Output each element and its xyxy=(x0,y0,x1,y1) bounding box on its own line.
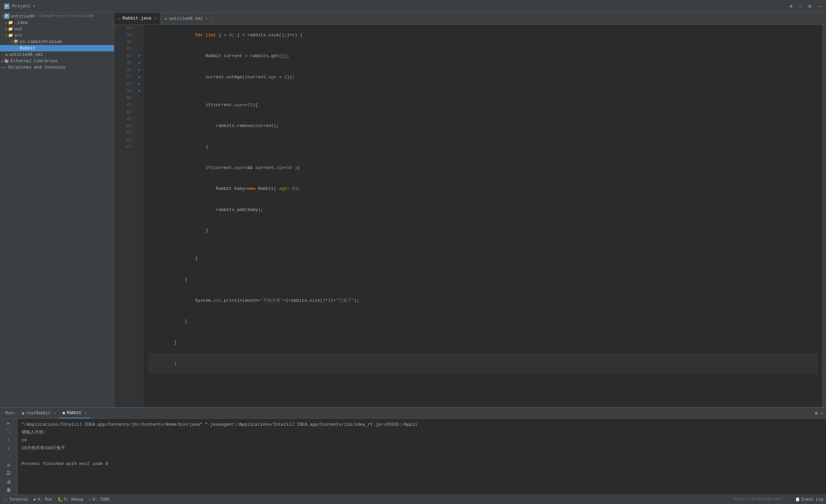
close-rabbit-run[interactable]: ✕ xyxy=(85,411,87,415)
scratches-icon: ✏ xyxy=(4,65,6,70)
run-toolbar: ▶ ⬛ ↑ ↓ ◂ ↺ ☰ 🖨 🗑 xyxy=(0,419,17,495)
status-terminal[interactable]: ⬛ Terminal xyxy=(3,497,29,502)
code-line-41 xyxy=(148,242,818,249)
line-numbers: 30 31 32 33 34 35 36 37 38 39 40 41 42 4… xyxy=(114,25,134,407)
code-line-46: } xyxy=(148,332,818,353)
tab-rabbit-java[interactable]: ☕ Rabbit.java ✕ xyxy=(114,13,161,25)
project-icon: P xyxy=(4,4,9,9)
tree-item-cn-rabbitproblem[interactable]: ▾ 📦 cn.rabbitProblem xyxy=(0,39,114,45)
status-event-log[interactable]: 📋 Event Log xyxy=(795,497,823,502)
tab-iml-icon: ◼ xyxy=(165,16,167,21)
prev-btn[interactable]: ◂ xyxy=(4,454,13,460)
collapse-icon: ▾ xyxy=(1,14,3,18)
clear-btn[interactable]: 🗑 xyxy=(4,487,13,493)
output-line-empty xyxy=(22,452,822,460)
run-status-label: 4: Run xyxy=(38,497,52,502)
status-right: https://blog.csdn.net/... 📋 Event Log xyxy=(734,497,823,502)
output-line-prompt: 请输入月份: xyxy=(22,428,822,436)
title-dropdown-icon[interactable]: ▾ xyxy=(33,4,36,8)
csdn-link[interactable]: https://blog.csdn.net/... xyxy=(734,497,790,502)
tab-label-iml: untitled9.iml xyxy=(169,16,203,21)
debug-icon: 🐛 xyxy=(57,497,63,502)
close-testrabbit[interactable]: ✕ xyxy=(54,411,56,415)
close-panel-icon[interactable]: — xyxy=(821,411,823,416)
status-run[interactable]: ▶ 4: Run xyxy=(34,497,52,502)
code-line-33 xyxy=(148,88,818,95)
run-output: "/Applications/IntelliJ IDEA.app/Content… xyxy=(17,419,826,495)
tab-java-icon: ☕ xyxy=(118,16,121,20)
folder-icon-idea: 📁 xyxy=(8,20,13,25)
run-tab-label-testrabbit: testRabbit xyxy=(26,411,50,416)
tree-label-rabbit: Rabbit xyxy=(20,46,36,51)
tree-item-idea[interactable]: ▸ 📁 .idea xyxy=(0,19,114,26)
run-label: Run: xyxy=(3,411,18,416)
split-btn[interactable]: ↔ xyxy=(798,4,803,9)
tab-untitled9-iml[interactable]: ◼ untitled9.iml ✕ xyxy=(161,13,212,25)
code-area[interactable]: for (int j = 0; j < rabbits.size();j++) … xyxy=(144,25,822,407)
wrap-btn[interactable]: ↺ xyxy=(4,462,13,468)
settings-run-icon[interactable]: ⚙ xyxy=(815,410,818,416)
filter-btn[interactable]: ☰ xyxy=(4,470,13,476)
tree-label-src: src xyxy=(14,33,22,38)
code-line-38: Rabbit baby=new Rabbit( age: 0); xyxy=(148,179,818,200)
code-line-43: } xyxy=(148,269,818,290)
code-line-47: | xyxy=(148,353,818,374)
status-todo[interactable]: ✓ 6: TODO xyxy=(89,497,110,502)
folder-icon-src: 📁 xyxy=(8,33,13,38)
code-line-35: rabbits.remove(current); xyxy=(148,116,818,136)
tree-item-scratches[interactable]: ▸ ✏ Scratches and Consoles xyxy=(0,64,114,71)
run-btn[interactable]: ▶ xyxy=(4,420,13,426)
tree-label-cn: cn.rabbitProblem xyxy=(20,39,62,44)
tree-label-idea: .idea xyxy=(14,20,28,25)
tab-label-rabbit: Rabbit.java xyxy=(123,16,152,21)
editor-area: ☕ Rabbit.java ✕ ◼ untitled9.iml ✕ 30 31 … xyxy=(114,13,826,407)
scrollbar-right[interactable] xyxy=(822,25,826,407)
minimize-btn[interactable]: — xyxy=(817,4,822,9)
sidebar: ▾ P untitled9 ~/IdeaProjects/untitled9 ▸… xyxy=(0,13,114,407)
tree-item-untitled9-iml[interactable]: ◼ untitled9.iml xyxy=(0,51,114,58)
print-btn[interactable]: 🖨 xyxy=(4,478,13,485)
title-bar-controls: ⊕ ↔ ⚙ — xyxy=(788,4,822,9)
tree-item-rabbit[interactable]: ☕ Rabbit xyxy=(0,45,114,51)
settings-btn[interactable]: ⚙ xyxy=(807,4,813,9)
terminal-icon: ⬛ xyxy=(3,497,8,502)
status-bar: ⬛ Terminal ▶ 4: Run 🐛 5: Debug ✓ 6: TODO… xyxy=(0,495,826,504)
tree-item-src[interactable]: ▾ 📁 src xyxy=(0,32,114,39)
code-line-39: rabbits.add(baby); xyxy=(148,200,818,220)
expand-icon-out: ▸ xyxy=(5,27,7,31)
tree-item-external-libraries[interactable]: ▸ 📚 External Libraries xyxy=(0,58,114,64)
stop-btn[interactable]: ⬛ xyxy=(4,428,13,435)
code-line-30: for (int j = 0; j < rabbits.size();j++) … xyxy=(148,25,818,46)
project-title: Project xyxy=(12,4,31,9)
run-tab-rabbit[interactable]: ▣ Rabbit ✕ xyxy=(59,408,90,418)
scroll-up-btn[interactable]: ↑ xyxy=(4,437,13,443)
testrabbit-icon: ▣ xyxy=(22,411,24,415)
code-line-32: current.setAge((current.age + 1)); xyxy=(148,67,818,88)
tree-item-out[interactable]: ▸ 📁 out xyxy=(0,26,114,32)
expand-icon-scratches: ▸ xyxy=(1,66,3,70)
library-icon: 📚 xyxy=(4,58,9,64)
tab-close-rabbit[interactable]: ✕ xyxy=(154,16,156,20)
new-window-btn[interactable]: ⊕ xyxy=(788,4,794,9)
code-line-37: if(current.age>2&& current.age<10 ){ xyxy=(148,158,818,178)
run-tab-testrabbit[interactable]: ▣ testRabbit ✕ xyxy=(18,408,59,418)
package-icon: 📦 xyxy=(13,39,18,44)
code-line-40: } xyxy=(148,220,818,241)
todo-label: 6: TODO xyxy=(92,497,109,502)
tab-close-iml[interactable]: ✕ xyxy=(206,16,208,21)
expand-icon-idea: ▸ xyxy=(5,21,7,25)
bottom-panel: Run: ▣ testRabbit ✕ ▣ Rabbit ✕ ⚙ — ▶ ⬛ ↑… xyxy=(0,407,826,495)
output-line-process: Process finished with exit code 0 xyxy=(22,460,822,468)
tree-item-untitled9[interactable]: ▾ P untitled9 ~/IdeaProjects/untitled9 xyxy=(0,13,114,19)
status-debug[interactable]: 🐛 5: Debug xyxy=(57,497,83,502)
rabbit-run-icon: ▣ xyxy=(63,411,65,415)
terminal-label: Terminal xyxy=(9,497,29,502)
scroll-down-btn[interactable]: ↓ xyxy=(4,445,13,452)
gutter: ◈ ◈ ◈ ◈ ◈ ◈ xyxy=(134,25,144,407)
code-line-45: } xyxy=(148,311,818,332)
folder-icon-out: 📁 xyxy=(8,27,13,32)
tree-path: ~/IdeaProjects/untitled9 xyxy=(36,14,94,18)
output-line-result: 10月份共有108只兔子 xyxy=(22,444,822,452)
todo-icon: ✓ xyxy=(89,497,91,502)
run-panel-body: ▶ ⬛ ↑ ↓ ◂ ↺ ☰ 🖨 🗑 "/Applications/Intelli… xyxy=(0,419,826,495)
